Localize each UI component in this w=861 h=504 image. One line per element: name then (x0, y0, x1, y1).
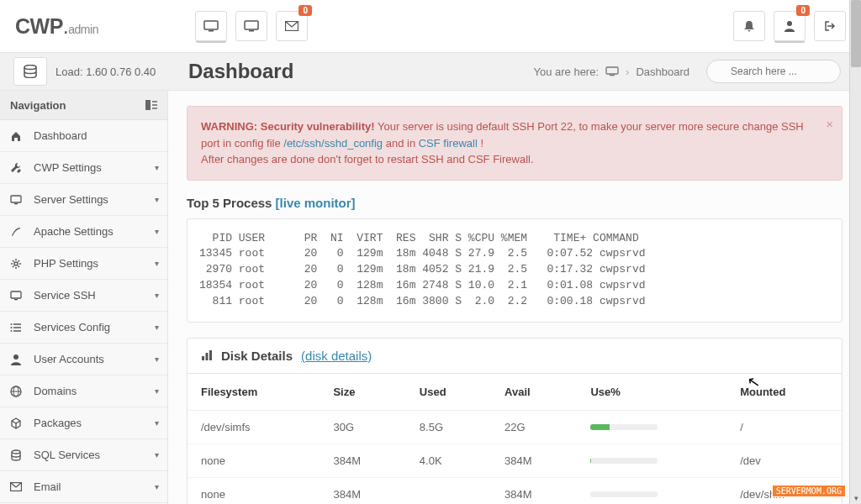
vertical-scrollbar[interactable]: ▴ ▾ (849, 0, 861, 504)
load-icon (13, 57, 47, 86)
chevron-down-icon: ▾ (155, 259, 159, 268)
chevron-down-icon: ▾ (155, 227, 159, 236)
box-icon (10, 417, 24, 429)
sidebar-item-label: SQL Services (34, 449, 100, 461)
disk-row: none384M4.0K384M/dev (188, 444, 842, 477)
svg-rect-33 (206, 353, 209, 360)
svg-rect-16 (14, 203, 18, 204)
chevron-down-icon: ▾ (155, 386, 159, 396)
user-badge: 0 (796, 5, 810, 16)
sidebar-item-server-settings[interactable]: Server Settings▾ (0, 184, 167, 216)
use-progress-bar (590, 424, 658, 430)
svg-rect-0 (204, 21, 218, 29)
svg-point-25 (11, 330, 13, 332)
gear-icon (10, 258, 24, 270)
svg-point-5 (787, 21, 792, 26)
desktop-icon (10, 195, 24, 205)
security-warning-alert: × WARNING: Security vulnerability! Your … (187, 106, 843, 181)
sidebar-item-label: Apache Settings (34, 225, 114, 238)
page-title: Dashboard (188, 60, 293, 83)
sidebar-item-label: User Accounts (34, 353, 104, 365)
disk-col-header: Size (320, 374, 405, 411)
sidebar-item-dashboard[interactable]: Dashboard (0, 120, 167, 152)
user-menu-button[interactable]: 0 (774, 11, 806, 41)
csf-firewall-link[interactable]: CSF firewall (419, 137, 478, 150)
svg-point-23 (11, 323, 13, 325)
svg-rect-32 (202, 356, 204, 360)
sidebar-item-label: Packages (34, 417, 82, 429)
disk-row: /dev/simfs30G8.5G22G/ (188, 410, 842, 444)
search-input[interactable] (706, 60, 841, 83)
sidebar-item-service-ssh[interactable]: Service SSH▾ (0, 280, 167, 312)
nav-header: Navigation (0, 91, 167, 120)
sidebar-item-label: Dashboard (34, 129, 87, 142)
svg-rect-7 (606, 67, 618, 74)
svg-rect-15 (11, 196, 21, 202)
brand-logo: CWP.admin (15, 14, 98, 39)
globe-icon (10, 386, 24, 397)
logout-button[interactable] (814, 11, 846, 41)
scroll-down-icon[interactable]: ▾ (850, 492, 861, 504)
disk-col-header: Use% (577, 374, 726, 411)
user-icon (10, 354, 24, 365)
load-text: Load: 1.60 0.76 0.40 (55, 66, 156, 78)
sshd-config-link[interactable]: /etc/ssh/sshd_config (283, 137, 383, 150)
sidebar-item-label: Server Settings (34, 193, 108, 206)
watermark: SERVERMOM.ORG (772, 485, 846, 497)
sidebar-item-label: Services Config (34, 321, 110, 333)
svg-rect-18 (11, 291, 21, 298)
svg-rect-2 (245, 21, 258, 29)
chevron-down-icon: ▾ (155, 418, 159, 428)
sidebar-item-sql-services[interactable]: SQL Services▾ (0, 439, 167, 471)
sidebar-item-email[interactable]: Email▾ (0, 471, 167, 503)
disk-details-panel: Disk Details (disk details) FilesystemSi… (187, 338, 843, 504)
sidebar-item-services-config[interactable]: Services Config▾ (0, 312, 167, 344)
sidebar-item-php-settings[interactable]: PHP Settings▾ (0, 248, 167, 280)
sidebar: Navigation DashboardCWP Settings▾Server … (0, 91, 168, 504)
sidebar-item-cwp-settings[interactable]: CWP Settings▾ (0, 152, 167, 184)
sidebar-item-label: Email (34, 480, 61, 493)
scrollbar-thumb[interactable] (851, 0, 861, 67)
chevron-down-icon: ▾ (155, 195, 159, 204)
svg-point-17 (14, 262, 18, 265)
svg-rect-19 (14, 299, 18, 300)
sidebar-item-user-accounts[interactable]: User Accounts▾ (0, 344, 167, 375)
use-progress-bar (590, 491, 658, 497)
disk-row: none384M384M/dev/shm (188, 477, 842, 504)
chevron-down-icon: ▾ (155, 291, 159, 300)
wrench-icon (10, 162, 24, 174)
alert-close-button[interactable]: × (826, 115, 833, 134)
chevron-down-icon: ▾ (155, 482, 159, 491)
main-content: × WARNING: Security vulnerability! Your … (168, 91, 861, 504)
svg-point-30 (12, 450, 20, 454)
process-section-title: Top 5 Process [live monitor] (187, 196, 843, 210)
mail-badge: 0 (298, 5, 312, 16)
svg-point-26 (13, 354, 18, 360)
mail-icon (10, 482, 24, 491)
disk-col-header: Filesystem (188, 374, 320, 411)
sidebar-item-label: Domains (34, 385, 77, 397)
chevron-down-icon: ▾ (155, 163, 159, 172)
nav-collapse-icon[interactable] (145, 100, 157, 110)
chevron-down-icon: ▾ (155, 323, 159, 332)
disk-details-link[interactable]: (disk details) (301, 349, 372, 363)
svg-rect-3 (249, 30, 254, 32)
sidebar-item-packages[interactable]: Packages▾ (0, 407, 167, 439)
messages-button[interactable]: 0 (276, 11, 308, 41)
sidebar-item-apache-settings[interactable]: Apache Settings▾ (0, 216, 167, 248)
list-icon (10, 323, 24, 333)
live-monitor-link[interactable]: [live monitor] (276, 196, 356, 210)
process-list: PID USER PR NI VIRT RES SHR S %CPU %MEM … (187, 218, 843, 323)
sidebar-item-label: CWP Settings (34, 161, 102, 174)
sidebar-item-domains[interactable]: Domains▾ (0, 375, 167, 407)
sidebar-item-label: PHP Settings (34, 257, 98, 270)
svg-rect-8 (610, 75, 615, 76)
feather-icon (10, 226, 24, 238)
disk-col-header: Mounted (726, 374, 842, 411)
view-tablet-button[interactable] (235, 11, 267, 41)
sidebar-item-label: Service SSH (34, 289, 96, 302)
view-desktop-button[interactable] (195, 11, 227, 41)
bar-chart-icon (201, 349, 213, 361)
notifications-button[interactable] (733, 11, 765, 41)
top-bar: CWP.admin 0 0 (0, 0, 861, 53)
